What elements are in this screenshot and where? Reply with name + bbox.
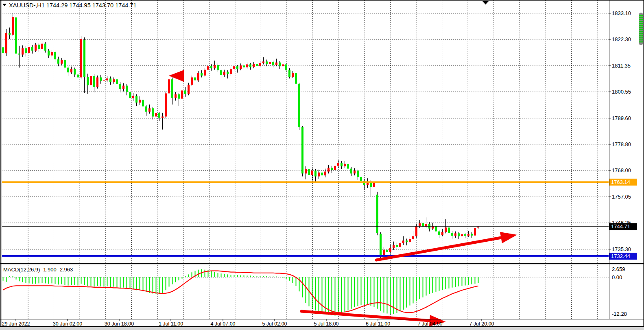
candle-body: [184, 90, 186, 94]
candle-body: [188, 85, 190, 94]
candle-body: [201, 73, 203, 76]
price-axis-label: 1822.30: [612, 36, 631, 42]
candle-body: [152, 108, 154, 116]
candle-body: [48, 51, 50, 56]
candle-body: [233, 66, 235, 69]
macd-axis-label: 0.00: [612, 274, 622, 280]
candle-body: [425, 224, 427, 227]
candle-body: [25, 48, 27, 53]
candle-body: [80, 39, 82, 77]
candle-body: [135, 96, 138, 103]
candle-body: [22, 48, 24, 55]
candle-body: [31, 47, 33, 50]
candle-body: [12, 17, 14, 35]
candle-body: [145, 107, 147, 112]
candle-body: [357, 170, 359, 177]
candle-body: [181, 90, 183, 98]
candle-body: [256, 64, 258, 66]
macd-label: MACD(12,26,9) -1.900 -2.963: [3, 267, 73, 273]
candle-body: [376, 195, 378, 233]
macd-axis-label: 2.659: [612, 266, 625, 272]
candle-body: [220, 70, 222, 75]
splitter-body: [0, 264, 644, 265]
candle-body: [96, 77, 98, 87]
candle-body: [360, 177, 362, 181]
candle-body: [441, 232, 443, 235]
candle-body: [422, 223, 424, 227]
candle-body: [386, 250, 388, 252]
candle-body: [207, 66, 209, 70]
candle-body: [87, 77, 89, 85]
candle-body: [2, 47, 4, 53]
candle-body: [9, 33, 11, 35]
candle-body: [35, 45, 37, 51]
price-axis-label: 1735.30: [612, 246, 631, 252]
time-axis-label: 30 Jun 18:00: [105, 321, 134, 327]
time-axis-label: 5 Jul 18:00: [314, 321, 338, 327]
candle-body: [451, 233, 453, 236]
candle-body: [243, 66, 245, 68]
candle-body: [100, 77, 102, 81]
candle-body: [406, 240, 408, 242]
candle-body: [204, 70, 206, 75]
candle-body: [324, 172, 326, 175]
candle-body: [454, 233, 456, 236]
candle-body: [109, 79, 111, 82]
candle-body: [230, 69, 232, 74]
candle-body: [438, 232, 440, 235]
candle-body: [103, 80, 105, 81]
candle-body: [54, 52, 56, 59]
candle-body: [259, 63, 261, 66]
level-badge-value: 1763.14: [611, 179, 630, 185]
candle-body: [122, 86, 124, 89]
candle-body: [354, 170, 356, 173]
candle-body: [162, 116, 164, 118]
candle-body: [396, 245, 398, 247]
candle-body: [341, 163, 343, 166]
candle-body: [314, 170, 317, 176]
candle-body: [298, 84, 300, 127]
time-axis-label: 6 Jul 11:00: [366, 321, 390, 327]
candle-body: [51, 52, 53, 55]
candle-body: [347, 164, 349, 169]
level-badge-value: 1732.44: [611, 253, 630, 259]
candle-body: [380, 234, 382, 255]
candle-body: [142, 100, 144, 107]
panel-splitter[interactable]: [0, 264, 644, 265]
candle-body: [415, 226, 417, 236]
candle-body: [132, 96, 134, 98]
candle-body: [83, 40, 85, 77]
candle-body: [70, 69, 72, 72]
candle-body: [269, 62, 271, 64]
candle-body: [210, 66, 212, 68]
candle-body: [292, 73, 294, 77]
candle-body: [383, 250, 385, 255]
candle-body: [223, 72, 225, 75]
time-axis-label: 7 Jul 04:00: [417, 321, 442, 327]
candle-body: [428, 224, 430, 229]
candle-body: [126, 86, 128, 92]
candle-body: [308, 169, 310, 175]
candle-body: [64, 60, 66, 68]
scroll-indicator[interactable]: [639, 13, 643, 45]
candle-body: [171, 79, 173, 98]
candle-body: [5, 33, 7, 53]
candle-body: [448, 227, 450, 233]
candle-body: [272, 62, 274, 65]
candle-body: [191, 77, 193, 85]
price-axis-label: 1833.10: [612, 10, 631, 16]
candle-body: [334, 166, 336, 170]
price-axis-label: 1789.60: [612, 115, 631, 121]
price-axis-label: 1746.25: [612, 220, 631, 226]
candle-body: [409, 239, 411, 242]
candle-body: [285, 64, 287, 70]
candle-body: [217, 65, 219, 70]
candle-body: [165, 93, 167, 116]
candle-body: [129, 92, 131, 98]
candle-body: [295, 73, 297, 84]
time-axis-label: 4 Jul 07:00: [210, 321, 235, 327]
chart-canvas[interactable]: 1763.141732.441744.71 1833.101822.301811…: [0, 0, 644, 330]
candle-body: [327, 168, 330, 171]
candle-body: [139, 100, 141, 103]
candle-body: [275, 63, 277, 65]
